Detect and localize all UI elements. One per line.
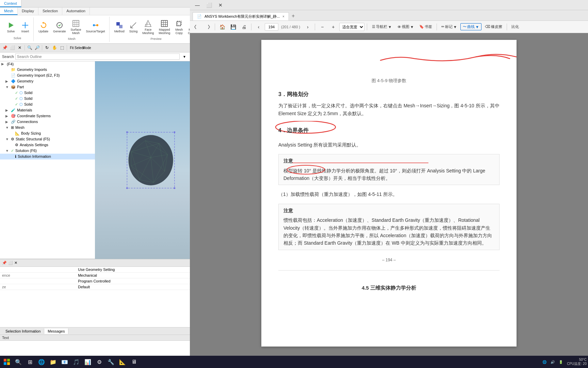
zoom-out-btn[interactable]: − bbox=[317, 22, 327, 32]
search-input[interactable] bbox=[15, 53, 180, 60]
tree-item-geo-imports[interactable]: 📁 Geometry Imports bbox=[0, 67, 95, 73]
tray-battery[interactable]: 🔋 bbox=[557, 360, 564, 364]
app7[interactable]: 🖥 bbox=[129, 356, 140, 367]
tree-item-solid3[interactable]: ✓ ⬡ Solid bbox=[0, 102, 95, 107]
prev-page-btn[interactable]: ‹ bbox=[254, 22, 263, 32]
nav-btn[interactable]: ☰ 导航栏 ▼ bbox=[370, 23, 394, 30]
prop-value[interactable]: Program Controlled bbox=[76, 278, 190, 284]
prop-value[interactable]: Default bbox=[76, 284, 190, 290]
mode-btn[interactable]: Mode bbox=[83, 44, 90, 51]
pdf-back[interactable] bbox=[192, 22, 201, 32]
tree-item-materials[interactable]: ▶ 🧪 Materials bbox=[0, 107, 95, 113]
tree-item-f4[interactable]: ▶ (F4) bbox=[0, 61, 95, 67]
settings-btn[interactable]: 比化 bbox=[509, 24, 521, 30]
generate-button[interactable]: Generate bbox=[51, 20, 68, 35]
tree-item-geometry[interactable]: ▶ 🔷 Geometry bbox=[0, 78, 95, 84]
pin-button[interactable]: 📌 bbox=[1, 44, 8, 51]
tree-item-analysis-settings[interactable]: ⚙ Analysis Settings bbox=[0, 142, 95, 148]
mark-btn[interactable]: ✏ 标记 ▼ bbox=[439, 24, 459, 30]
sizing-button[interactable]: Sizing bbox=[127, 20, 140, 35]
app4[interactable]: ⚙ bbox=[94, 356, 105, 367]
pdf-close[interactable]: ✕ bbox=[216, 0, 225, 10]
explorer[interactable]: 📁 bbox=[48, 356, 59, 367]
properties-expand[interactable]: ⬜ bbox=[8, 261, 13, 265]
solve-button[interactable]: Solve bbox=[3, 20, 18, 35]
tree-item-mesh[interactable]: ▼ ⊞ Mesh bbox=[0, 125, 95, 131]
pdf-forward[interactable] bbox=[203, 22, 212, 32]
tree-item-geo-import-e2[interactable]: 📄 Geometry Import (E2, F3) bbox=[0, 73, 95, 78]
mesh-object bbox=[126, 131, 175, 189]
tree-item-solid2[interactable]: ✓ ⬡ Solid bbox=[0, 96, 95, 102]
pdf-content[interactable]: 图 4-5-9 物理参数 3．网格划分 为了验证计算，统一定义体尺寸。选中两个实… bbox=[190, 33, 588, 368]
zoom-dropdown[interactable]: 适合宽度 bbox=[339, 23, 364, 31]
zoom-box-btn[interactable]: ⬚ bbox=[59, 44, 65, 51]
curve-btn[interactable]: 〜 曲线 ▼ bbox=[460, 23, 481, 30]
pdf-home[interactable]: 🏠 bbox=[217, 22, 227, 32]
edge-browser[interactable]: 🌐 bbox=[36, 356, 47, 367]
tree-item-solution-info[interactable]: ℹ Solution Information bbox=[0, 154, 95, 159]
pdf-minimize[interactable]: — bbox=[193, 0, 202, 10]
zoom-out-btn[interactable]: 🔎 bbox=[34, 44, 40, 51]
surface-mesh-button[interactable]: SurfaceMesh bbox=[69, 18, 83, 36]
ribbon-tab-automation[interactable]: Automation bbox=[62, 7, 90, 15]
insert-button[interactable]: Insert bbox=[19, 20, 31, 35]
view-btn[interactable]: 👁 视图 ▼ bbox=[395, 24, 416, 30]
start-button[interactable] bbox=[1, 356, 12, 367]
ribbon-tab-mesh[interactable]: Mesh bbox=[0, 7, 18, 15]
search-bar: Search ▼ bbox=[0, 52, 190, 61]
tree-item-body-sizing[interactable]: 📐 Body Sizing bbox=[0, 131, 95, 136]
tree-item-solution[interactable]: ▼ ✓ Solution (F6) bbox=[0, 148, 95, 154]
tray-volume[interactable]: 🔊 bbox=[549, 360, 556, 364]
eraser-icon: ⌫ bbox=[485, 25, 490, 29]
face-meshing-button[interactable]: FaceMeshing bbox=[140, 18, 156, 36]
tree-item-static-structural[interactable]: ▼ ⚙ Static Structural (F5) bbox=[0, 136, 95, 142]
tab-context[interactable]: Context bbox=[0, 0, 21, 7]
prop-value[interactable]: Use Geometry Setting bbox=[76, 267, 190, 273]
app2[interactable]: 🎵 bbox=[71, 356, 82, 367]
tab-selection-info[interactable]: Selection Information bbox=[2, 328, 44, 334]
rotate-btn[interactable]: ↻ bbox=[44, 44, 50, 51]
tree-item-label: Geometry bbox=[17, 79, 33, 83]
tree-item-coord-sys[interactable]: ▶ 🎯 Coordinate Systems bbox=[0, 113, 95, 119]
tray-network[interactable]: 🌐 bbox=[541, 360, 548, 364]
update-button[interactable]: Update bbox=[36, 20, 50, 35]
pdf-print[interactable]: 🖨 bbox=[239, 22, 249, 32]
tree-item-connections[interactable]: ▶ 🔗 Connections bbox=[0, 119, 95, 125]
app3[interactable]: 📊 bbox=[82, 356, 93, 367]
prop-value[interactable]: Mechanical bbox=[76, 273, 190, 278]
search-taskbar[interactable]: 🔍 bbox=[13, 356, 24, 367]
expand-button[interactable]: ⬜ bbox=[9, 44, 16, 51]
mesh-copy-button[interactable]: MeshCopy bbox=[173, 18, 185, 36]
close-panel-button[interactable]: ✕ bbox=[16, 44, 23, 51]
page-input[interactable] bbox=[265, 23, 278, 31]
zoom-in-btn[interactable]: + bbox=[328, 22, 338, 32]
eraser-btn[interactable]: ⌫ 橡皮擦 bbox=[483, 24, 504, 30]
method-button[interactable]: Method bbox=[112, 20, 127, 35]
fit-btn[interactable]: Fit bbox=[68, 44, 75, 51]
search-expand[interactable]: ▼ bbox=[181, 53, 188, 60]
ribbon-tab-selection[interactable]: Selection bbox=[38, 7, 62, 15]
pan-btn[interactable]: ✋ bbox=[51, 44, 58, 51]
task-view[interactable]: ⊞ bbox=[24, 356, 35, 367]
app5[interactable]: 🔧 bbox=[105, 356, 116, 367]
properties-pin[interactable]: 📌 bbox=[2, 261, 7, 265]
tree-item-solid1[interactable]: ✓ ⬡ Solid bbox=[0, 90, 95, 96]
pdf-tab[interactable]: 📄 ANSYS Workbench有限元分析实例详解_静... × bbox=[193, 12, 289, 20]
new-tab-button[interactable]: + bbox=[289, 12, 297, 20]
pdf-maximize[interactable]: ⬜ bbox=[204, 0, 214, 10]
app6[interactable]: 📐 bbox=[117, 356, 128, 367]
app1[interactable]: 📧 bbox=[59, 356, 70, 367]
properties-close[interactable]: ✕ bbox=[14, 261, 17, 265]
pdf-save[interactable]: 💾 bbox=[228, 22, 238, 32]
mapped-meshing-button[interactable]: MappedMeshing bbox=[157, 18, 172, 36]
tree-item-part[interactable]: ▼ 📦 Part bbox=[0, 84, 95, 90]
zoom-in-btn[interactable]: 🔍 bbox=[26, 44, 33, 51]
ribbon-tab-display[interactable]: Display bbox=[18, 7, 38, 15]
svg-rect-67 bbox=[4, 362, 6, 365]
bookmark-btn[interactable]: 🔖 书签 bbox=[417, 24, 434, 30]
source-target-button[interactable]: Source/Target bbox=[84, 20, 107, 35]
pdf-tab-close[interactable]: × bbox=[282, 15, 284, 18]
select-btn[interactable]: Select bbox=[76, 44, 83, 51]
next-page-btn[interactable]: › bbox=[303, 22, 312, 32]
tab-messages[interactable]: Messages bbox=[44, 328, 68, 334]
